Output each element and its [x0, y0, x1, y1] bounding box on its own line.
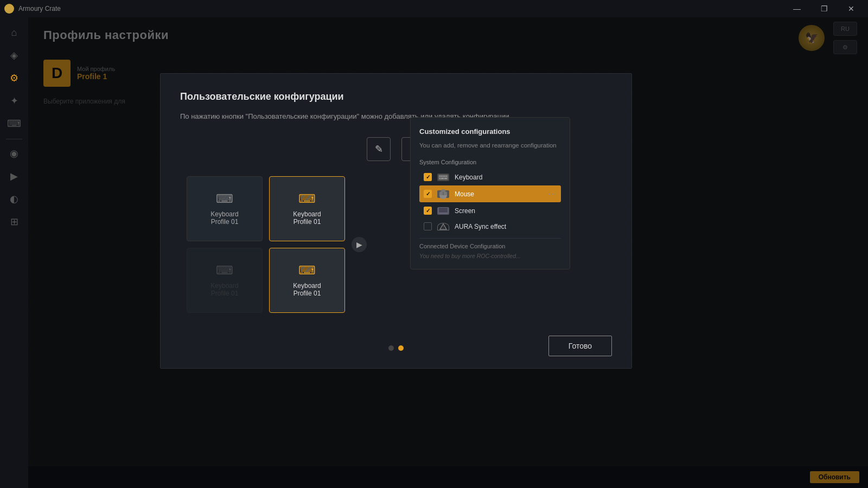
sidebar-item-home[interactable]: ⌂	[3, 22, 25, 43]
app-icon	[4, 4, 14, 14]
title-bar: Armoury Crate — ❐ ✕	[0, 0, 868, 17]
sidebar-item-lighting[interactable]: ✦	[3, 90, 25, 112]
profile-tile-label-1: KeyboardProfile 01	[210, 210, 238, 226]
sidebar-item-profiles[interactable]: ◈	[3, 44, 25, 66]
profile-tile-1[interactable]: ⌨ KeyboardProfile 01	[187, 176, 263, 241]
config-item-aura: ! AURA Sync effect	[419, 219, 561, 234]
profile-tile-3[interactable]: ⌨ KeyboardProfile 01	[187, 248, 263, 313]
keyboard-icon-2: ⌨	[298, 192, 316, 206]
mouse-device-icon	[437, 190, 449, 198]
config-connected-label: Connected Device Configuration	[419, 243, 561, 249]
dot-2[interactable]	[398, 345, 404, 351]
config-panel-desc: You can add, remove and rearrange config…	[419, 141, 561, 150]
svg-rect-12	[441, 189, 445, 192]
config-item-name-keyboard: Keyboard	[455, 174, 557, 181]
sidebar-item-boost[interactable]: ⊞	[3, 211, 25, 233]
svg-rect-14	[439, 208, 448, 213]
svg-rect-6	[439, 178, 441, 179]
keyboard-icon-3: ⌨	[216, 264, 233, 278]
config-separator	[419, 238, 561, 239]
app-title: Armoury Crate	[18, 5, 61, 12]
profile-tile-label-2: KeyboardProfile 01	[293, 210, 321, 226]
profile-tile-4[interactable]: ⌨ KeyboardProfile 01	[269, 248, 345, 313]
svg-rect-8	[444, 178, 447, 179]
config-checkbox-mouse[interactable]	[424, 190, 432, 198]
svg-text:!: !	[443, 226, 444, 229]
config-connected-sub: You need to buy more ROC-controlled...	[419, 253, 561, 259]
next-arrow[interactable]: ▶	[352, 237, 367, 252]
nav-divider	[6, 139, 22, 139]
done-button[interactable]: Готово	[548, 336, 612, 356]
keyboard-device-icon	[437, 174, 449, 181]
config-item-name-aura: AURA Sync effect	[455, 223, 557, 230]
sidebar-item-aura[interactable]: ◐	[3, 188, 25, 210]
svg-rect-5	[446, 176, 447, 177]
config-item-name-screen: Screen	[455, 207, 557, 215]
svg-rect-1	[439, 176, 441, 177]
config-item-screen: Screen	[419, 203, 561, 218]
edit-icon: ✎	[375, 143, 383, 155]
config-panel-title: Customized configurations	[419, 127, 561, 136]
config-checkbox-keyboard[interactable]	[424, 173, 432, 181]
config-checkbox-screen[interactable]	[424, 207, 432, 215]
minimize-button[interactable]: —	[784, 0, 809, 17]
profile-tile-label-3: KeyboardProfile 01	[210, 282, 238, 297]
profiles-grid: ⌨ KeyboardProfile 01 ⌨ KeyboardProfile 0…	[187, 176, 345, 313]
config-item-keyboard: Keyboard	[419, 170, 561, 184]
config-more-icon[interactable]: ⋯	[548, 189, 557, 199]
config-item-mouse: Mouse ⋯	[419, 185, 561, 202]
sidebar-item-settings[interactable]: ⚙	[3, 67, 25, 89]
close-button[interactable]: ✕	[839, 0, 864, 17]
sidebar-item-game[interactable]: ▶	[3, 165, 25, 187]
title-bar-controls: — ❐ ✕	[784, 0, 864, 17]
dialog-title: Пользовательские конфигурации	[180, 91, 612, 102]
sidebar-item-device[interactable]: ◉	[3, 143, 25, 164]
config-item-name-mouse: Mouse	[455, 190, 542, 198]
keyboard-icon-4: ⌨	[298, 264, 316, 278]
svg-rect-3	[443, 176, 444, 177]
profile-tile-2[interactable]: ⌨ KeyboardProfile 01	[269, 176, 345, 241]
left-navigation: ⌂ ◈ ⚙ ✦ ⌨ ◉ ▶ ◐ ⊞	[0, 17, 28, 488]
profile-tile-label-4: KeyboardProfile 01	[293, 282, 321, 297]
svg-rect-2	[441, 176, 442, 177]
svg-rect-16	[441, 214, 446, 215]
aura-device-icon: !	[437, 223, 449, 230]
screen-device-icon	[437, 207, 449, 215]
svg-rect-7	[441, 178, 444, 179]
sidebar-item-macros[interactable]: ⌨	[3, 113, 25, 134]
svg-rect-4	[444, 176, 445, 177]
config-panel: Customized configurations You can add, r…	[410, 117, 570, 269]
config-system-label: System Configuration	[419, 159, 561, 165]
maximize-button[interactable]: ❐	[812, 0, 837, 17]
main-dialog: Пользовательские конфигурации По нажатию…	[160, 73, 632, 369]
config-checkbox-aura[interactable]	[424, 222, 432, 230]
dot-1[interactable]	[388, 345, 394, 351]
keyboard-icon-1: ⌨	[216, 192, 233, 206]
title-bar-left: Armoury Crate	[4, 4, 61, 14]
edit-icon-button[interactable]: ✎	[367, 137, 391, 161]
svg-rect-0	[438, 175, 448, 180]
